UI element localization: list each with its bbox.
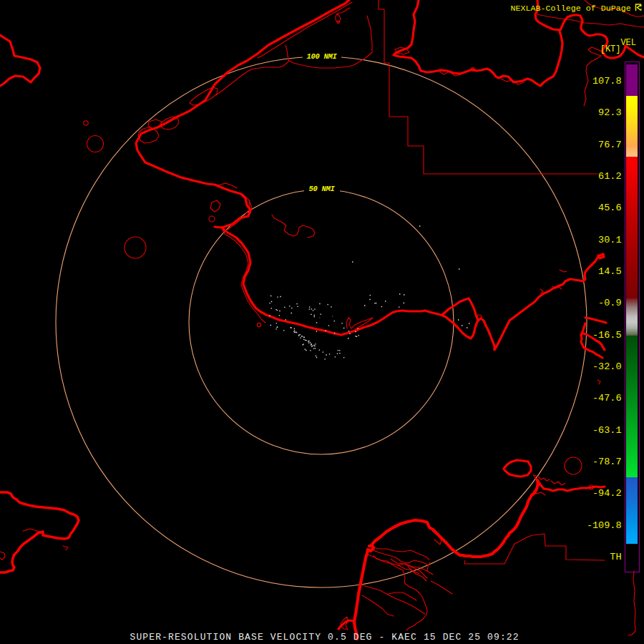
svg-text:45.6: 45.6	[598, 203, 621, 213]
svg-text:-78.7: -78.7	[592, 457, 622, 467]
svg-text:14.5: 14.5	[598, 266, 621, 277]
svg-text:NEXLAB-College of DuPage: NEXLAB-College of DuPage	[511, 4, 631, 14]
svg-text:107.8: 107.8	[592, 76, 622, 87]
svg-text:TH: TH	[610, 552, 621, 562]
svg-text:-47.6: -47.6	[592, 393, 622, 404]
svg-text:-109.8: -109.8	[587, 520, 622, 531]
svg-text:61.2: 61.2	[598, 171, 621, 182]
svg-text:100 NMI: 100 NMI	[306, 52, 337, 61]
svg-text:-0.9: -0.9	[598, 298, 621, 308]
svg-text:30.1: 30.1	[598, 235, 621, 245]
svg-text:VEL: VEL	[620, 38, 636, 48]
svg-text:-32.0: -32.0	[592, 361, 622, 372]
svg-text:-94.2: -94.2	[592, 488, 622, 499]
svg-text:-63.1: -63.1	[592, 425, 622, 436]
svg-text:-16.5: -16.5	[592, 330, 622, 341]
svg-text:76.7: 76.7	[598, 140, 621, 150]
svg-text:92.3: 92.3	[598, 107, 621, 118]
svg-text:[KT]: [KT]	[600, 44, 621, 54]
svg-text:SUPER-RESOLUTION BASE VELOCITY: SUPER-RESOLUTION BASE VELOCITY 0.5 DEG -…	[130, 632, 519, 643]
svg-text:50 NMI: 50 NMI	[308, 185, 335, 193]
